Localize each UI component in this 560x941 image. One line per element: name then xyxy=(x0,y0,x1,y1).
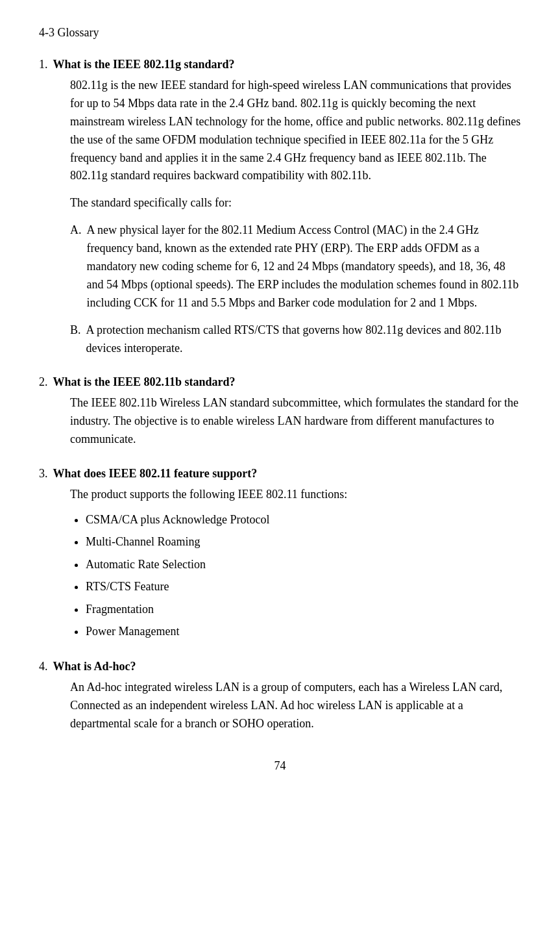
section-3-body: The product supports the following IEEE … xyxy=(70,486,521,642)
section-4: 4. What is Ad-hoc? An Ad-hoc integrated … xyxy=(39,660,521,733)
section-1: 1. What is the IEEE 802.11g standard? 80… xyxy=(39,58,521,357)
section-1-item-b: B. A protection mechanism called RTS/CTS… xyxy=(70,321,521,358)
section-3-number: 3. xyxy=(39,467,48,486)
bullet-6: Power Management xyxy=(86,621,521,642)
section-1-text: 802.11g is the new IEEE standard for hig… xyxy=(70,77,521,185)
bullet-1: CSMA/CA plus Acknowledge Protocol xyxy=(86,509,521,530)
item-b-text: A protection mechanism called RTS/CTS th… xyxy=(86,321,521,358)
section-2-title: What is the IEEE 802.11b standard? xyxy=(53,375,236,389)
bullet-3: Automatic Rate Selection xyxy=(86,554,521,575)
page-number: 74 xyxy=(274,759,286,772)
section-3-title: What does IEEE 802.11 feature support? xyxy=(53,467,258,481)
bullet-5: Fragmentation xyxy=(86,599,521,620)
section-4-number: 4. xyxy=(39,660,48,679)
section-2-body: The IEEE 802.11b Wireless LAN standard s… xyxy=(70,394,521,449)
section-1-title: What is the IEEE 802.11g standard? xyxy=(53,58,235,71)
page-header: 4-3 Glossary xyxy=(39,26,521,40)
section-4-text: An Ad-hoc integrated wireless LAN is a g… xyxy=(70,679,521,733)
item-a-label: A. xyxy=(70,221,82,312)
section-2-text: The IEEE 802.11b Wireless LAN standard s… xyxy=(70,394,521,449)
item-b-label: B. xyxy=(70,321,81,358)
section-3-bullet-list: CSMA/CA plus Acknowledge Protocol Multi-… xyxy=(86,509,521,642)
section-4-title: What is Ad-hoc? xyxy=(53,660,136,673)
section-4-body: An Ad-hoc integrated wireless LAN is a g… xyxy=(70,679,521,733)
section-2: 2. What is the IEEE 802.11b standard? Th… xyxy=(39,375,521,449)
page-footer: 74 xyxy=(39,759,521,773)
section-3-text: The product supports the following IEEE … xyxy=(70,486,521,504)
item-a-text: A new physical layer for the 802.11 Medi… xyxy=(87,221,522,312)
bullet-2: Multi-Channel Roaming xyxy=(86,531,521,552)
bullet-4: RTS/CTS Feature xyxy=(86,576,521,597)
section-1-number: 1. xyxy=(39,58,48,77)
section-3: 3. What does IEEE 802.11 feature support… xyxy=(39,467,521,642)
section-1-item-a: A. A new physical layer for the 802.11 M… xyxy=(70,221,521,312)
section-1-body: 802.11g is the new IEEE standard for hig… xyxy=(70,77,521,357)
section-1-subsection: The standard specifically calls for: A. … xyxy=(70,194,521,357)
section-2-number: 2. xyxy=(39,375,48,394)
section-1-intro: The standard specifically calls for: xyxy=(70,194,521,212)
